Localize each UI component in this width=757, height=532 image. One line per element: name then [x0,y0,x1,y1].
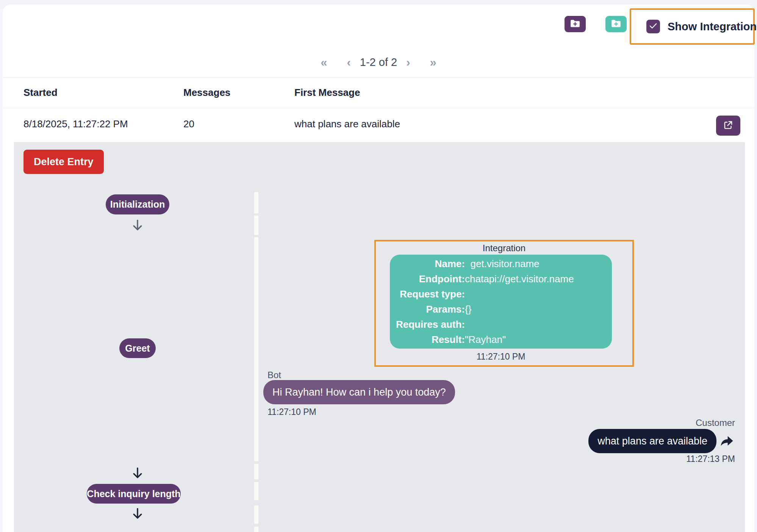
external-link-icon [723,120,734,132]
pagination-status: 1-2 of 2 [360,56,397,69]
pagination-prev-button[interactable]: ‹ [345,56,353,68]
flow-node-initialization[interactable]: Initialization [106,194,169,214]
open-conversation-button[interactable] [716,116,740,136]
pagination-first-button[interactable]: « [318,56,329,68]
integration-field-label: Request type: [390,286,465,302]
cell-messages: 20 [183,118,194,130]
forward-arrow-icon [719,434,734,451]
show-integrations-label: Show Integrations [668,20,757,33]
add-folder-teal-button[interactable] [605,16,627,32]
integration-field-value: get.visitor.name [465,256,612,271]
bot-message-timestamp: 11:27:10 PM [267,407,316,417]
timeline-divider-segment [254,505,258,524]
cell-first-message: what plans are available [294,118,400,130]
timeline-divider-segment [254,216,258,235]
integration-field-value: {} [465,302,612,317]
integration-field-value [465,286,612,302]
arrow-down-icon [130,466,145,480]
customer-sender-label: Customer [696,418,735,428]
customer-message-timestamp: 11:27:13 PM [686,454,735,464]
timeline-divider-segment [254,527,258,532]
arrow-down-icon [130,218,145,233]
bot-message-bubble: Hi Rayhan! How can i help you today? [263,380,455,404]
add-folder-purple-button[interactable] [565,16,586,32]
column-header-messages: Messages [183,87,230,99]
flow-node-check-inquiry-length[interactable]: Check inquiry length [87,484,181,504]
folder-plus-icon [610,18,622,31]
pagination-last-button[interactable]: » [428,56,439,68]
pagination-next-button[interactable]: › [404,56,412,68]
integration-field-value [465,317,612,332]
pagination: « ‹ 1-2 of 2 › » [3,52,754,72]
show-integrations-toggle[interactable]: Show Integrations [630,8,755,45]
folder-plus-icon [569,18,581,31]
timeline-divider-segment [254,464,258,479]
timeline-divider-segment [254,192,258,213]
timeline-divider-segment [254,237,258,461]
customer-message-bubble: what plans are available [588,429,716,453]
forward-message-button[interactable] [719,434,735,450]
bot-sender-label: Bot [267,370,281,380]
integration-title: Integration [374,243,634,253]
flow-node-greet[interactable]: Greet [119,338,156,358]
integration-field-value: chatapi://get.visitor.name [465,271,612,286]
transcript-page: Show Integrations « ‹ 1-2 of 2 › » Start… [0,0,757,532]
integration-card: Name: get.visitor.name Endpoint: chatapi… [390,255,612,349]
cell-started: 8/18/2025, 11:27:22 PM [23,118,128,130]
integration-timestamp: 11:27:10 PM [390,352,612,362]
integration-field-label: Endpoint: [390,271,465,286]
arrow-down-icon [130,507,145,521]
integration-field-value: "Rayhan" [465,332,612,347]
checkmark-icon [648,21,658,32]
show-integrations-checkbox[interactable] [646,20,660,33]
column-header-first-message: First Message [294,87,360,99]
delete-entry-button[interactable]: Delete Entry [23,150,104,174]
timeline-divider-segment [254,482,258,500]
integration-field-label: Params: [390,302,465,317]
integration-field-label: Result: [390,332,465,347]
integration-field-label: Name: [390,256,465,271]
integration-field-label: Requires auth: [390,317,465,332]
table-top-border [3,77,754,78]
column-header-started: Started [23,87,58,99]
table-header-border [3,108,754,108]
